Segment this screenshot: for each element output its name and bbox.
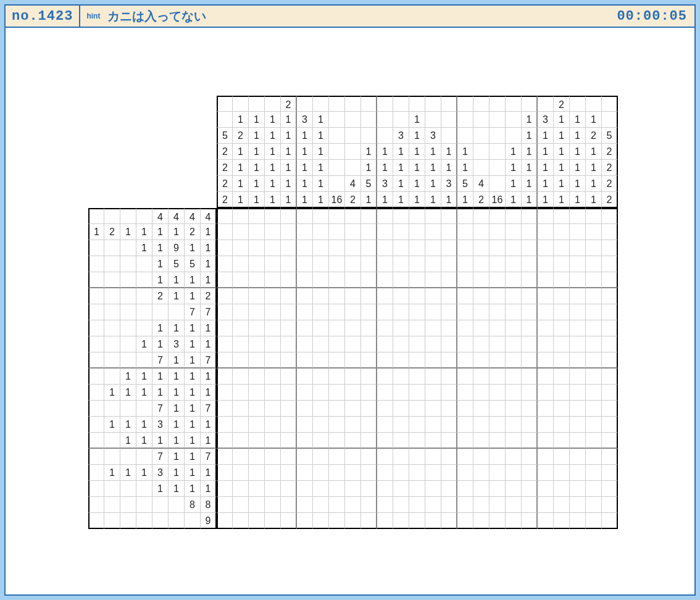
grid-cell[interactable] [457,304,473,320]
row-clue-cell[interactable]: 1 [185,417,201,433]
row-clue-cell[interactable]: 1 [185,369,201,385]
col-clue-cell[interactable]: 1 [554,192,570,208]
grid-cell[interactable] [329,320,345,336]
grid-cell[interactable] [554,256,570,272]
col-clue-cell[interactable]: 1 [265,112,281,128]
grid-cell[interactable] [425,304,441,320]
grid-cell[interactable] [329,369,345,385]
grid-cell[interactable] [570,352,586,369]
grid-cell[interactable] [602,369,618,385]
row-clue-cell[interactable]: 1 [169,481,185,497]
row-clue-cell[interactable]: 3 [152,417,169,433]
row-clue-cell[interactable] [120,336,136,352]
row-clue-cell[interactable] [88,369,104,385]
row-clue-cell[interactable] [104,497,120,513]
grid-cell[interactable] [586,401,602,417]
col-clue-cell[interactable] [409,96,425,112]
col-clue-cell[interactable]: 1 [233,192,249,208]
grid-cell[interactable] [425,272,441,288]
nonogram-grid[interactable]: 2211113111311152111113131111252111111111… [88,96,618,529]
grid-cell[interactable] [377,304,393,320]
grid-cell[interactable] [554,513,570,529]
row-clue-cell[interactable]: 1 [136,224,152,240]
col-clue-cell[interactable]: 1 [425,144,441,160]
grid-cell[interactable] [570,288,586,304]
grid-cell[interactable] [586,417,602,433]
col-clue-cell[interactable]: 1 [377,160,393,176]
col-clue-cell[interactable]: 1 [409,160,425,176]
col-clue-cell[interactable]: 4 [345,176,361,192]
grid-cell[interactable] [297,208,313,224]
col-clue-cell[interactable]: 2 [602,144,618,160]
grid-cell[interactable] [313,401,329,417]
grid-cell[interactable] [233,336,249,352]
grid-cell[interactable] [297,465,313,481]
row-clue-cell[interactable]: 1 [169,417,185,433]
grid-cell[interactable] [297,401,313,417]
row-clue-cell[interactable]: 1 [185,481,201,497]
grid-cell[interactable] [441,304,457,320]
row-clue-cell[interactable] [88,320,104,336]
grid-cell[interactable] [329,417,345,433]
grid-cell[interactable] [233,497,249,513]
grid-cell[interactable] [425,433,441,449]
col-clue-cell[interactable]: 1 [586,160,602,176]
row-clue-cell[interactable] [104,449,120,465]
row-clue-cell[interactable]: 5 [169,256,185,272]
grid-cell[interactable] [409,449,425,465]
grid-cell[interactable] [554,385,570,401]
row-clue-cell[interactable] [136,256,152,272]
grid-cell[interactable] [457,385,473,401]
grid-cell[interactable] [602,497,618,513]
grid-cell[interactable] [217,497,233,513]
grid-cell[interactable] [249,240,265,256]
grid-cell[interactable] [538,256,554,272]
col-clue-cell[interactable]: 1 [538,160,554,176]
grid-cell[interactable] [217,481,233,497]
grid-cell[interactable] [265,288,281,304]
grid-cell[interactable] [361,240,377,256]
col-clue-cell[interactable]: 1 [570,144,586,160]
grid-cell[interactable] [409,401,425,417]
row-clue-cell[interactable] [152,497,169,513]
grid-cell[interactable] [297,481,313,497]
grid-cell[interactable] [473,449,490,465]
row-clue-cell[interactable]: 4 [169,208,185,224]
col-clue-cell[interactable] [457,96,473,112]
row-clue-cell[interactable] [136,272,152,288]
row-clue-cell[interactable]: 1 [185,288,201,304]
grid-cell[interactable] [233,465,249,481]
col-clue-cell[interactable] [473,160,490,176]
grid-cell[interactable] [441,320,457,336]
grid-cell[interactable] [473,401,490,417]
grid-cell[interactable] [281,208,297,224]
grid-cell[interactable] [249,433,265,449]
col-clue-cell[interactable] [393,112,409,128]
grid-cell[interactable] [409,385,425,401]
grid-cell[interactable] [345,385,361,401]
grid-cell[interactable] [473,513,490,529]
grid-cell[interactable] [377,513,393,529]
grid-cell[interactable] [249,449,265,465]
grid-cell[interactable] [522,352,538,369]
grid-cell[interactable] [345,401,361,417]
grid-cell[interactable] [473,272,490,288]
col-clue-cell[interactable] [490,96,506,112]
col-clue-cell[interactable]: 5 [217,128,233,144]
grid-cell[interactable] [361,497,377,513]
row-clue-cell[interactable]: 7 [152,352,169,369]
col-clue-cell[interactable]: 1 [538,144,554,160]
grid-cell[interactable] [441,352,457,369]
grid-cell[interactable] [506,497,522,513]
grid-cell[interactable] [522,385,538,401]
grid-cell[interactable] [586,513,602,529]
grid-cell[interactable] [313,465,329,481]
grid-cell[interactable] [393,481,409,497]
grid-cell[interactable] [602,385,618,401]
grid-cell[interactable] [377,240,393,256]
grid-cell[interactable] [361,385,377,401]
grid-cell[interactable] [586,433,602,449]
col-clue-cell[interactable]: 2 [217,144,233,160]
row-clue-cell[interactable] [104,481,120,497]
grid-cell[interactable] [313,336,329,352]
